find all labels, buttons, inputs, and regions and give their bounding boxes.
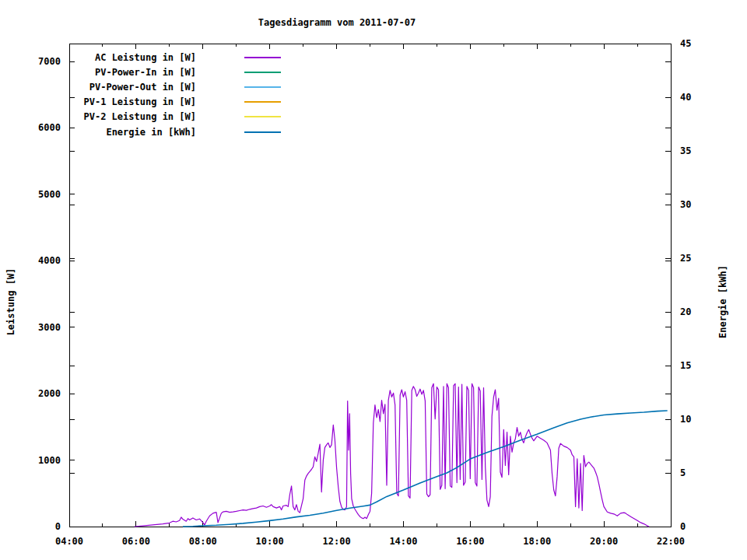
legend-row-2: PV-Power-Out in [W] [40,79,281,94]
legend-label: PV-1 Leistung in [W] [40,96,196,107]
x-tick-label: 20:00 [580,536,627,547]
legend-label: PV-Power-In in [W] [40,67,196,78]
y-tick-label: 7000 [12,55,61,68]
x-tick-label: 10:00 [247,536,293,547]
legend-row-1: PV-Power-In in [W] [40,65,281,79]
x-tick-label: 06:00 [113,536,160,547]
y-tick-label: 4000 [12,254,61,267]
x-tick-label: 18:00 [514,536,560,547]
y2-tick-label: 35 [680,145,727,157]
y2-tick-label: 40 [680,91,727,103]
y2-tick-label: 5 [680,467,727,479]
legend-row-3: PV-1 Leistung in [W] [40,95,281,110]
legend-line-sample [244,116,281,117]
legend-label: PV-Power-Out in [W] [40,82,196,93]
legend-line-sample [244,57,281,58]
chart-canvas: Tagesdiagramm vom 2011-07-07 Leistung [W… [0,0,747,560]
legend: AC Leistung in [W]PV-Power-In in [W]PV-P… [40,50,281,139]
series-line-0 [135,383,649,527]
y2-tick-label: 15 [680,359,727,372]
legend-label: PV-2 Leistung in [W] [40,111,196,122]
legend-line-sample [244,86,281,88]
x-tick-label: 04:00 [46,536,93,547]
x-tick-label: 14:00 [380,536,426,547]
y-tick-label: 5000 [12,188,61,201]
legend-row-5: Energie in [kWh] [40,124,281,139]
legend-label: Energie in [kWh] [40,127,196,138]
legend-label: AC Leistung in [W] [40,52,196,63]
x-tick-label: 12:00 [314,536,360,547]
legend-line-sample [244,101,281,103]
y2-tick-label: 25 [680,252,727,264]
y-tick-label: 1000 [12,454,61,467]
y-tick-label: 2000 [12,387,61,400]
y2-tick-label: 45 [680,37,727,50]
y2-tick-label: 0 [680,520,727,533]
legend-line-sample [244,131,281,133]
y2-tick-label: 10 [680,413,727,425]
legend-row-0: AC Leistung in [W] [40,50,281,65]
series-line-5 [183,411,668,527]
legend-line-sample [244,72,281,73]
y2-tick-label: 30 [680,198,727,211]
legend-row-4: PV-2 Leistung in [W] [40,110,281,124]
x-tick-label: 16:00 [447,536,493,547]
y-tick-label: 6000 [12,121,61,134]
y-tick-label: 0 [12,520,61,533]
x-tick-label: 08:00 [180,536,226,547]
y-tick-label: 3000 [12,321,61,334]
y2-tick-label: 20 [680,306,727,318]
x-tick-label: 22:00 [647,536,694,547]
